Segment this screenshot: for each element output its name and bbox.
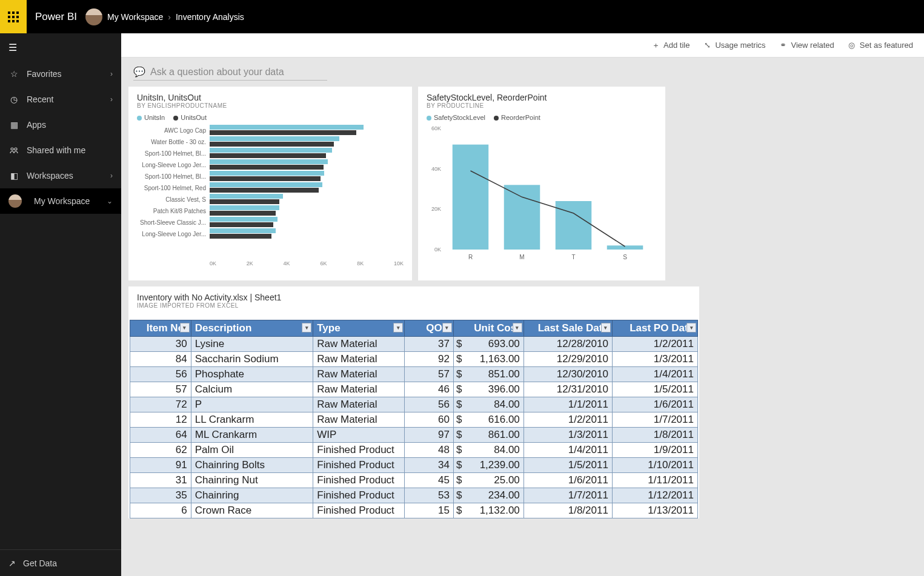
table-cell: $616.00 [453,412,523,428]
get-data-button[interactable]: ↗ Get Data [0,549,121,576]
bar-unitsin [210,228,276,233]
filter-icon[interactable]: ▾ [302,323,311,333]
column-header[interactable]: Unit Cost▾ [453,320,523,337]
tile-subtitle: IMAGE IMPORTED FROM EXCEL [137,302,691,309]
column-header[interactable]: Last Sale Date▾ [523,320,612,337]
axis-tick: M [519,254,524,260]
table-cell: 72 [130,397,191,412]
svg-point-9 [11,148,13,150]
legend: SafetyStockLevel ReorderPoint [427,114,657,121]
table-cell: 15 [405,503,454,518]
plus-icon: ＋ [651,40,660,51]
column-header[interactable]: Description▾ [191,320,313,337]
chevron-down-icon: ⌄ [107,197,113,205]
chart-row: Sport-100 Helmet, Bl... [137,171,404,182]
axis-tick: 0K [210,260,216,266]
filter-icon[interactable]: ▾ [686,323,696,333]
sidebar-item-label: Get Data [23,558,57,568]
table-cell: Chainring [191,488,313,503]
filter-icon[interactable]: ▾ [393,323,403,333]
table-cell: 97 [405,428,454,443]
app-launcher-button[interactable] [0,0,27,33]
legend-label: SafetyStockLevel [434,114,485,121]
table-cell: $84.00 [453,443,523,458]
table-cell: $1,132.00 [453,503,523,518]
avatar [85,8,102,25]
chevron-right-icon: › [168,12,171,22]
svg-rect-8 [16,20,19,22]
tile-subtitle: BY ENGLISHPRODUCTNAME [137,102,404,109]
table-cell: Finished Product [313,473,405,488]
breadcrumb-workspace[interactable]: My Workspace [107,12,163,22]
chart-icon: ⤡ [703,41,711,50]
table-cell: Finished Product [313,503,405,518]
sidebar-item-favorites[interactable]: ☆Favorites › [0,61,121,87]
add-tile-button[interactable]: ＋Add tile [651,40,690,51]
table-row: 35ChainringFinished Product53$234.001/7/… [130,488,698,503]
table-cell: 1/3/2011 [523,428,612,443]
hamburger-button[interactable]: ☰ [0,33,121,61]
badge-icon: ◎ [848,41,856,50]
chart-row: Short-Sleeve Classic J... [137,217,404,228]
table-cell: 91 [130,458,191,473]
waffle-icon [8,12,19,22]
set-featured-button[interactable]: ◎Set as featured [848,41,913,50]
category-label: Water Bottle - 30 oz. [137,139,210,145]
bar-unitsin [210,217,278,222]
sidebar-item-recent[interactable]: ◷Recent › [0,87,121,112]
table-cell: 12/29/2010 [523,352,612,367]
column-header[interactable]: QOH▾ [405,320,454,337]
tile-safetystock[interactable]: SafetyStockLevel, ReorderPoint BY PRODUC… [418,87,665,280]
filter-icon[interactable]: ▾ [513,323,522,333]
tile-units[interactable]: UnitsIn, UnitsOut BY ENGLISHPRODUCTNAME … [128,87,412,280]
table-cell: Saccharin Sodium [191,352,313,367]
table-cell: $1,239.00 [453,458,523,473]
sidebar-item-myworkspace[interactable]: My Workspace ⌄ [0,188,121,214]
sidebar-item-workspaces[interactable]: ◧Workspaces › [0,163,121,188]
column-label: Description [195,322,252,334]
sidebar: ☰ ☆Favorites › ◷Recent › ▦Apps Shared wi… [0,33,121,576]
column-header[interactable]: Last PO Date▾ [612,320,697,337]
table-cell: Finished Product [313,443,405,458]
table-row: 6Crown RaceFinished Product15$1,132.001/… [130,503,698,518]
sidebar-item-label: Shared with me [27,145,85,155]
table-cell: 1/8/2011 [612,428,697,443]
qna-input[interactable]: 💬 Ask a question about your data [133,66,327,81]
chart-row: AWC Logo Cap [137,125,404,136]
tile-title: SafetyStockLevel, ReorderPoint [427,93,657,102]
axis-tick: 4K [284,260,290,266]
star-icon: ☆ [8,69,19,79]
column-header[interactable]: Item No.▾ [130,320,191,337]
chat-icon: 💬 [133,66,145,78]
sidebar-item-shared[interactable]: Shared with me [0,137,121,163]
category-label: Long-Sleeve Logo Jer... [137,162,210,168]
tile-title: Inventory with No Activity.xlsx | Sheet1 [137,293,691,302]
table-cell: 1/5/2011 [523,458,612,473]
action-label: View related [791,41,834,50]
table-cell: 1/4/2011 [523,443,612,458]
usage-metrics-button[interactable]: ⤡Usage metrics [703,41,765,50]
axis-tick: 0K [434,247,441,253]
sidebar-item-apps[interactable]: ▦Apps [0,112,121,137]
view-related-button[interactable]: ⚭View related [779,41,834,50]
category-label: Long-Sleeve Logo Jer... [137,231,210,237]
category-label: Sport-100 Helmet, Red [137,185,210,191]
filter-icon[interactable]: ▾ [601,323,611,333]
arrow-icon: ↗ [8,558,16,568]
table-cell: 6 [130,503,191,518]
table-cell: 62 [130,443,191,458]
bar-unitsin [210,205,279,210]
breadcrumb-page[interactable]: Inventory Analysis [176,12,244,22]
filter-icon[interactable]: ▾ [442,323,452,333]
filter-icon[interactable]: ▾ [180,323,190,333]
table-cell: 34 [405,458,454,473]
table-cell: 31 [130,473,191,488]
axis-tick: S [623,254,627,260]
column-header[interactable]: Type▾ [313,320,405,337]
table-cell: 1/7/2011 [523,488,612,503]
tile-excel[interactable]: Inventory with No Activity.xlsx | Sheet1… [128,286,699,518]
table-cell: LL Crankarm [191,412,313,428]
bar-unitsout [210,153,326,158]
x-axis: 0K2K4K6K8K10K [210,258,404,266]
table-cell: Palm Oil [191,443,313,458]
